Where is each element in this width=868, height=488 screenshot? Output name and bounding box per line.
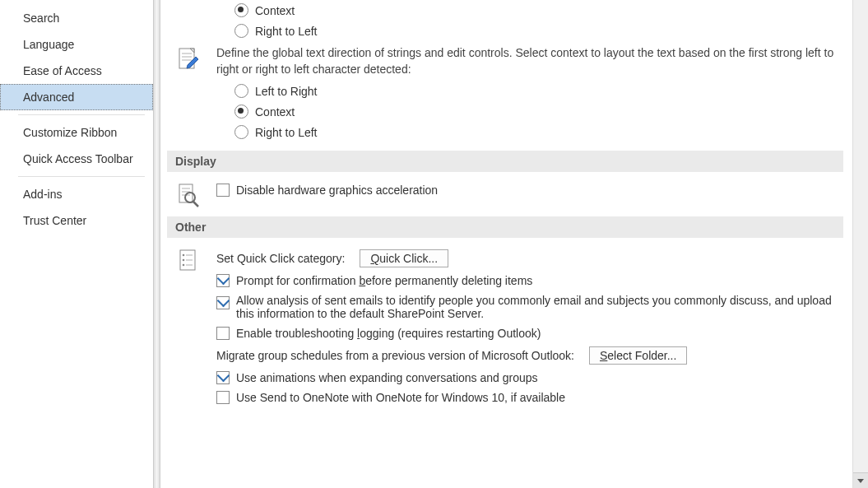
checkbox-use-onenote[interactable] xyxy=(216,391,230,404)
edit-document-icon xyxy=(175,46,202,72)
nav-item-quick-access-toolbar[interactable]: Quick Access Toolbar xyxy=(0,146,153,172)
radio-dir-rtl[interactable] xyxy=(234,125,248,139)
radio-label: Right to Left xyxy=(255,126,318,139)
migrate-label: Migrate group schedules from a previous … xyxy=(216,349,574,362)
scroll-down-button[interactable] xyxy=(853,472,868,488)
checkbox-label: Enable troubleshooting logging (requires… xyxy=(236,327,541,340)
radio-cursor-context[interactable] xyxy=(234,3,248,17)
pane-divider xyxy=(153,0,160,488)
radio-dir-ltr[interactable] xyxy=(234,84,248,98)
nav-separator xyxy=(18,114,145,115)
checkbox-label: Use animations when expanding conversati… xyxy=(236,371,538,384)
nav-item-language[interactable]: Language xyxy=(0,31,153,58)
svg-line-11 xyxy=(193,202,198,207)
section-header-other: Other xyxy=(167,216,843,238)
checkbox-label: Disable hardware graphics acceleration xyxy=(236,184,438,197)
checkbox-use-animations[interactable] xyxy=(216,371,230,384)
checkbox-label: Prompt for confirmation before permanent… xyxy=(236,274,532,287)
main-pane: Context Right to Left xyxy=(160,0,868,488)
radio-label: Left to Right xyxy=(255,85,318,98)
checkbox-prompt-delete[interactable] xyxy=(216,274,230,287)
checkbox-disable-hw-accel[interactable] xyxy=(216,184,230,197)
vertical-scrollbar[interactable] xyxy=(852,0,868,488)
nav-item-customize-ribbon[interactable]: Customize Ribbon xyxy=(0,119,153,146)
checkbox-allow-analysis[interactable] xyxy=(216,296,230,309)
checkbox-label: Use Send to OneNote with OneNote for Win… xyxy=(236,391,565,404)
nav-item-search[interactable]: Search xyxy=(0,5,153,31)
radio-label: Context xyxy=(255,105,295,119)
nav-separator xyxy=(18,176,145,177)
list-document-icon xyxy=(175,248,202,274)
nav-item-ease-of-access[interactable]: Ease of Access xyxy=(0,58,153,84)
bidi-description: Define the global text direction of stri… xyxy=(216,44,838,77)
nav-item-advanced[interactable]: Advanced xyxy=(0,84,153,110)
radio-cursor-rtl[interactable] xyxy=(234,24,248,38)
radio-label: Right to Left xyxy=(255,25,318,38)
section-header-display: Display xyxy=(167,151,843,172)
select-folder-button[interactable]: Select Folder... xyxy=(589,346,687,365)
checkbox-label: Allow analysis of sent emails to identif… xyxy=(236,294,838,320)
quick-click-button[interactable]: Quick Click... xyxy=(360,249,448,267)
options-nav: Search Language Ease of Access Advanced … xyxy=(0,0,153,488)
nav-item-add-ins[interactable]: Add-ins xyxy=(0,181,153,207)
radio-dir-context[interactable] xyxy=(234,105,248,119)
svg-point-14 xyxy=(183,259,185,262)
svg-point-15 xyxy=(183,264,185,267)
radio-label: Context xyxy=(255,4,295,17)
nav-item-trust-center[interactable]: Trust Center xyxy=(0,207,153,234)
quick-click-label: Set Quick Click category: xyxy=(216,252,345,265)
svg-marker-19 xyxy=(857,479,864,483)
svg-point-13 xyxy=(183,254,185,257)
checkbox-enable-logging[interactable] xyxy=(216,327,230,340)
magnify-document-icon xyxy=(175,182,202,208)
